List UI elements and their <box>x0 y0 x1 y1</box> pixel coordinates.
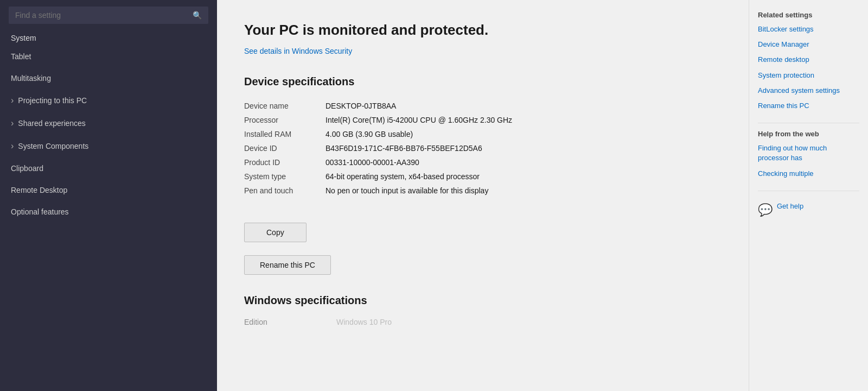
spec-value-processor: Intel(R) Core(TM) i5-4200U CPU @ 1.60GHz… <box>326 113 722 127</box>
spec-value-pen-touch: No pen or touch input is available for t… <box>326 184 722 198</box>
advanced-system-link[interactable]: Advanced system settings <box>758 86 859 96</box>
spec-table: Device name DESKTOP-0JTB8AA Processor In… <box>244 99 722 198</box>
windows-spec-section: Windows specifications Edition Windows 1… <box>244 294 722 326</box>
rename-pc-right-link[interactable]: Rename this PC <box>758 101 859 111</box>
help-icon: 💬 <box>758 203 773 217</box>
spec-label-system-type: System type <box>244 169 326 184</box>
spec-value-device-name: DESKTOP-0JTB8AA <box>326 99 722 113</box>
remote-desktop-link[interactable]: Remote desktop <box>758 55 859 65</box>
help-web-title: Help from the web <box>758 130 859 138</box>
device-spec-title: Device specifications <box>244 75 722 88</box>
table-row: Product ID 00331-10000-00001-AA390 <box>244 155 722 169</box>
spec-value-device-id: B43F6D19-171C-4FB6-BB76-F55BEF12D5A6 <box>326 141 722 155</box>
right-divider-2 <box>758 191 859 191</box>
copy-button[interactable]: Copy <box>244 223 307 242</box>
spec-value-system-type: 64-bit operating system, x64-based proce… <box>326 169 722 184</box>
device-manager-link[interactable]: Device Manager <box>758 40 859 49</box>
spec-label-device-id: Device ID <box>244 141 326 155</box>
spec-label-ram: Installed RAM <box>244 127 326 141</box>
table-row: Device ID B43F6D19-171C-4FB6-BB76-F55BEF… <box>244 141 722 155</box>
table-row: Pen and touch No pen or touch input is a… <box>244 184 722 198</box>
edition-value: Windows 10 Pro <box>336 318 392 326</box>
sidebar-item-shared[interactable]: Shared experiences <box>0 112 217 135</box>
search-icon: 🔍 <box>193 11 202 20</box>
sidebar-item-clipboard[interactable]: Clipboard <box>0 157 217 179</box>
right-divider <box>758 123 859 123</box>
protection-status: Your PC is monitored and protected. <box>244 22 722 39</box>
spec-label-processor: Processor <box>244 113 326 127</box>
sidebar-item-remote-desktop[interactable]: Remote Desktop <box>0 179 217 201</box>
related-settings-title: Related settings <box>758 11 859 19</box>
spec-label-product-id: Product ID <box>244 155 326 169</box>
sidebar-item-optional[interactable]: Optional features <box>0 201 217 223</box>
spec-label-pen-touch: Pen and touch <box>244 184 326 198</box>
spec-label-device-name: Device name <box>244 99 326 113</box>
checking-multiple-link[interactable]: Checking multiple <box>758 169 859 179</box>
sidebar-item-projecting[interactable]: Projecting to this PC <box>0 89 217 112</box>
sidebar-item-multitasking[interactable]: Multitasking <box>0 67 217 89</box>
spec-value-ram: 4.00 GB (3.90 GB usable) <box>326 127 722 141</box>
table-row: Device name DESKTOP-0JTB8AA <box>244 99 722 113</box>
sidebar-item-components[interactable]: System Components <box>0 135 217 157</box>
main-content: Your PC is monitored and protected. See … <box>217 0 749 391</box>
table-row: System type 64-bit operating system, x64… <box>244 169 722 184</box>
right-panel: Related settings BitLocker settings Devi… <box>749 0 868 391</box>
search-input[interactable] <box>15 11 193 20</box>
edition-row: Edition Windows 10 Pro <box>244 318 722 326</box>
edition-label: Edition <box>244 318 326 326</box>
system-protection-link[interactable]: System protection <box>758 71 859 80</box>
bitlocker-settings-link[interactable]: BitLocker settings <box>758 24 859 34</box>
spec-value-product-id: 00331-10000-00001-AA390 <box>326 155 722 169</box>
sidebar-section-label: System <box>0 30 217 46</box>
get-help-section[interactable]: 💬 Get help <box>758 202 859 217</box>
get-help-text[interactable]: Get help <box>777 202 803 210</box>
rename-pc-button[interactable]: Rename this PC <box>244 255 331 275</box>
windows-spec-title: Windows specifications <box>244 294 722 307</box>
table-row: Processor Intel(R) Core(TM) i5-4200U CPU… <box>244 113 722 127</box>
finding-processor-link[interactable]: Finding out how much processor has <box>758 143 859 163</box>
see-details-link[interactable]: See details in Windows Security <box>244 47 352 55</box>
table-row: Installed RAM 4.00 GB (3.90 GB usable) <box>244 127 722 141</box>
sidebar-item-tablet[interactable]: Tablet <box>0 46 217 67</box>
sidebar: 🔍 System Tablet Multitasking Projecting … <box>0 0 217 391</box>
search-bar[interactable]: 🔍 <box>9 7 208 24</box>
